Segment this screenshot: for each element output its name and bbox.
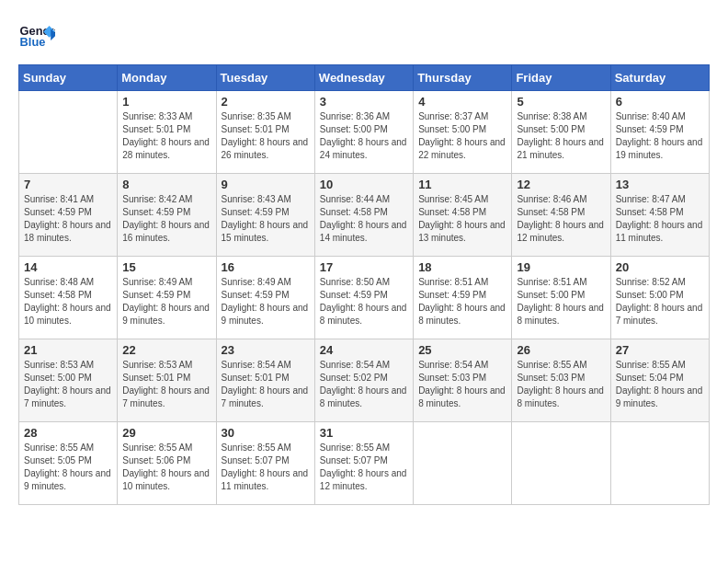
day-number: 15 (122, 260, 210, 274)
day-number: 8 (122, 178, 210, 191)
day-info: Sunrise: 8:35 AMSunset: 5:01 PMDaylight:… (222, 110, 310, 162)
day-info: Sunrise: 8:49 AMSunset: 4:59 PMDaylight:… (222, 276, 310, 327)
day-info: Sunrise: 8:53 AMSunset: 5:01 PMDaylight:… (122, 359, 210, 410)
day-cell: 21Sunrise: 8:53 AMSunset: 5:00 PMDayligh… (19, 339, 118, 422)
day-cell: 16Sunrise: 8:49 AMSunset: 4:59 PMDayligh… (216, 257, 314, 339)
day-cell: 26Sunrise: 8:55 AMSunset: 5:03 PMDayligh… (512, 339, 610, 422)
week-row-4: 28Sunrise: 8:55 AMSunset: 5:05 PMDayligh… (19, 422, 710, 505)
day-cell: 27Sunrise: 8:55 AMSunset: 5:04 PMDayligh… (610, 339, 709, 422)
day-cell: 2Sunrise: 8:35 AMSunset: 5:01 PMDaylight… (216, 91, 314, 174)
day-info: Sunrise: 8:55 AMSunset: 5:05 PMDaylight:… (24, 442, 112, 493)
day-number: 27 (616, 343, 704, 357)
col-header-friday: Friday (512, 65, 610, 91)
day-number: 23 (222, 343, 310, 357)
day-cell: 24Sunrise: 8:54 AMSunset: 5:02 PMDayligh… (314, 339, 413, 422)
day-number: 6 (616, 95, 704, 109)
day-info: Sunrise: 8:36 AMSunset: 5:00 PMDaylight:… (320, 110, 408, 162)
day-cell: 29Sunrise: 8:55 AMSunset: 5:06 PMDayligh… (118, 422, 216, 505)
day-cell: 10Sunrise: 8:44 AMSunset: 4:58 PMDayligh… (314, 174, 413, 257)
day-number: 1 (122, 95, 210, 109)
day-info: Sunrise: 8:55 AMSunset: 5:03 PMDaylight:… (517, 359, 605, 410)
day-number: 2 (222, 95, 310, 109)
day-info: Sunrise: 8:54 AMSunset: 5:02 PMDaylight:… (320, 359, 408, 410)
day-number: 19 (517, 260, 605, 274)
day-cell: 30Sunrise: 8:55 AMSunset: 5:07 PMDayligh… (216, 422, 314, 505)
day-number: 4 (418, 95, 506, 109)
day-info: Sunrise: 8:55 AMSunset: 5:06 PMDaylight:… (122, 442, 210, 493)
day-number: 29 (122, 426, 210, 440)
day-info: Sunrise: 8:41 AMSunset: 4:59 PMDaylight:… (24, 193, 112, 245)
day-cell: 3Sunrise: 8:36 AMSunset: 5:00 PMDaylight… (314, 91, 413, 174)
day-number: 28 (24, 426, 112, 440)
day-cell: 4Sunrise: 8:37 AMSunset: 5:00 PMDaylight… (414, 91, 512, 174)
day-cell: 31Sunrise: 8:55 AMSunset: 5:07 PMDayligh… (314, 422, 413, 505)
week-row-3: 21Sunrise: 8:53 AMSunset: 5:00 PMDayligh… (19, 339, 710, 422)
day-cell: 17Sunrise: 8:50 AMSunset: 4:59 PMDayligh… (314, 257, 413, 339)
day-cell: 12Sunrise: 8:46 AMSunset: 4:58 PMDayligh… (512, 174, 610, 257)
day-info: Sunrise: 8:44 AMSunset: 4:58 PMDaylight:… (320, 193, 408, 245)
day-number: 25 (418, 343, 506, 357)
day-info: Sunrise: 8:43 AMSunset: 4:59 PMDaylight:… (222, 193, 310, 245)
day-cell: 18Sunrise: 8:51 AMSunset: 4:59 PMDayligh… (414, 257, 512, 339)
logo: General Blue (18, 18, 61, 55)
day-cell: 22Sunrise: 8:53 AMSunset: 5:01 PMDayligh… (118, 339, 216, 422)
day-cell: 28Sunrise: 8:55 AMSunset: 5:05 PMDayligh… (19, 422, 118, 505)
day-number: 22 (122, 343, 210, 357)
day-info: Sunrise: 8:52 AMSunset: 5:00 PMDaylight:… (616, 276, 704, 327)
day-number: 13 (616, 178, 704, 191)
day-info: Sunrise: 8:48 AMSunset: 4:58 PMDaylight:… (24, 276, 112, 327)
day-number: 26 (517, 343, 605, 357)
day-info: Sunrise: 8:40 AMSunset: 4:59 PMDaylight:… (616, 110, 704, 162)
week-row-1: 7Sunrise: 8:41 AMSunset: 4:59 PMDaylight… (19, 174, 710, 257)
day-cell: 9Sunrise: 8:43 AMSunset: 4:59 PMDaylight… (216, 174, 314, 257)
header: General Blue (18, 18, 710, 55)
day-cell: 15Sunrise: 8:49 AMSunset: 4:59 PMDayligh… (118, 257, 216, 339)
col-header-sunday: Sunday (19, 65, 118, 91)
logo-icon: General Blue (18, 18, 55, 55)
day-info: Sunrise: 8:51 AMSunset: 4:59 PMDaylight:… (418, 276, 506, 327)
col-header-wednesday: Wednesday (314, 65, 413, 91)
day-info: Sunrise: 8:47 AMSunset: 4:58 PMDaylight:… (616, 193, 704, 245)
day-cell: 19Sunrise: 8:51 AMSunset: 5:00 PMDayligh… (512, 257, 610, 339)
day-number: 16 (222, 260, 310, 274)
day-number: 3 (320, 95, 408, 109)
day-cell: 25Sunrise: 8:54 AMSunset: 5:03 PMDayligh… (414, 339, 512, 422)
day-number: 20 (616, 260, 704, 274)
col-header-thursday: Thursday (414, 65, 512, 91)
day-info: Sunrise: 8:49 AMSunset: 4:59 PMDaylight:… (122, 276, 210, 327)
day-info: Sunrise: 8:46 AMSunset: 4:58 PMDaylight:… (517, 193, 605, 245)
day-cell (414, 422, 512, 505)
calendar-header-row: SundayMondayTuesdayWednesdayThursdayFrid… (19, 65, 710, 91)
day-number: 24 (320, 343, 408, 357)
col-header-tuesday: Tuesday (216, 65, 314, 91)
day-info: Sunrise: 8:38 AMSunset: 5:00 PMDaylight:… (517, 110, 605, 162)
day-info: Sunrise: 8:55 AMSunset: 5:07 PMDaylight:… (222, 442, 310, 493)
day-cell: 20Sunrise: 8:52 AMSunset: 5:00 PMDayligh… (610, 257, 709, 339)
week-row-0: 1Sunrise: 8:33 AMSunset: 5:01 PMDaylight… (19, 91, 710, 174)
col-header-saturday: Saturday (610, 65, 709, 91)
day-number: 5 (517, 95, 605, 109)
day-cell: 6Sunrise: 8:40 AMSunset: 4:59 PMDaylight… (610, 91, 709, 174)
day-info: Sunrise: 8:50 AMSunset: 4:59 PMDaylight:… (320, 276, 408, 327)
day-cell: 14Sunrise: 8:48 AMSunset: 4:58 PMDayligh… (19, 257, 118, 339)
day-cell (512, 422, 610, 505)
day-number: 21 (24, 343, 112, 357)
svg-text:Blue: Blue (20, 35, 46, 49)
day-info: Sunrise: 8:33 AMSunset: 5:01 PMDaylight:… (122, 110, 210, 162)
day-info: Sunrise: 8:55 AMSunset: 5:07 PMDaylight:… (320, 442, 408, 493)
day-info: Sunrise: 8:45 AMSunset: 4:58 PMDaylight:… (418, 193, 506, 245)
week-row-2: 14Sunrise: 8:48 AMSunset: 4:58 PMDayligh… (19, 257, 710, 339)
day-number: 11 (418, 178, 506, 191)
day-cell (19, 91, 118, 174)
calendar: SundayMondayTuesdayWednesdayThursdayFrid… (18, 64, 710, 505)
day-number: 9 (222, 178, 310, 191)
day-info: Sunrise: 8:37 AMSunset: 5:00 PMDaylight:… (418, 110, 506, 162)
day-number: 17 (320, 260, 408, 274)
day-number: 7 (24, 178, 112, 191)
day-info: Sunrise: 8:54 AMSunset: 5:03 PMDaylight:… (418, 359, 506, 410)
day-cell: 1Sunrise: 8:33 AMSunset: 5:01 PMDaylight… (118, 91, 216, 174)
day-cell: 5Sunrise: 8:38 AMSunset: 5:00 PMDaylight… (512, 91, 610, 174)
day-info: Sunrise: 8:54 AMSunset: 5:01 PMDaylight:… (222, 359, 310, 410)
day-cell: 11Sunrise: 8:45 AMSunset: 4:58 PMDayligh… (414, 174, 512, 257)
day-cell: 7Sunrise: 8:41 AMSunset: 4:59 PMDaylight… (19, 174, 118, 257)
